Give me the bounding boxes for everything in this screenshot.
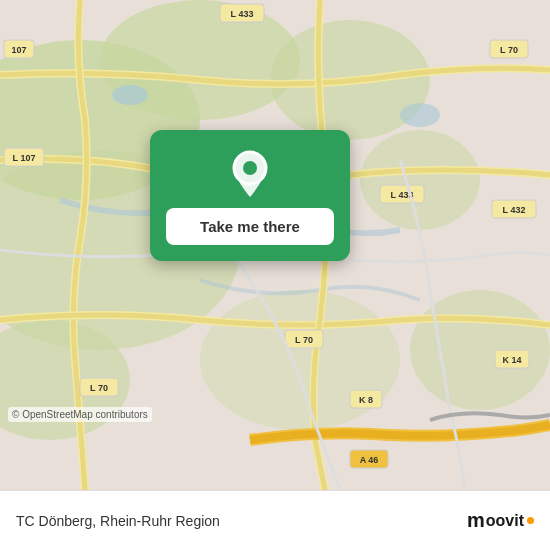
moovit-logo-text: m: [467, 509, 484, 532]
svg-point-8: [200, 290, 400, 430]
map-container: L 433 L 107 107 L 70 L 432 L 433 L 70 L …: [0, 0, 550, 490]
svg-point-35: [243, 161, 257, 175]
map-attribution: © OpenStreetMap contributors: [8, 407, 152, 422]
svg-text:L 433: L 433: [231, 9, 254, 19]
moovit-logo: m oovit: [467, 509, 534, 532]
attribution-text: © OpenStreetMap contributors: [12, 409, 148, 420]
popup-card: Take me there: [150, 130, 350, 261]
svg-text:107: 107: [11, 45, 26, 55]
svg-text:L 70: L 70: [295, 335, 313, 345]
take-me-there-button[interactable]: Take me there: [166, 208, 334, 245]
moovit-brand-suffix: oovit: [486, 512, 524, 530]
svg-point-9: [112, 85, 148, 105]
bottom-bar: TC Dönberg, Rhein-Ruhr Region m oovit: [0, 490, 550, 550]
svg-text:L 70: L 70: [500, 45, 518, 55]
svg-text:L 70: L 70: [90, 383, 108, 393]
svg-point-10: [400, 103, 440, 127]
svg-text:L 432: L 432: [503, 205, 526, 215]
svg-text:K 8: K 8: [359, 395, 373, 405]
location-label: TC Dönberg, Rhein-Ruhr Region: [16, 513, 220, 529]
svg-text:A 46: A 46: [360, 455, 379, 465]
svg-text:L 107: L 107: [13, 153, 36, 163]
location-pin-icon: [230, 150, 270, 198]
svg-point-5: [360, 130, 480, 230]
svg-text:K 14: K 14: [502, 355, 521, 365]
svg-point-7: [410, 290, 550, 410]
moovit-accent-dot: [527, 517, 534, 524]
